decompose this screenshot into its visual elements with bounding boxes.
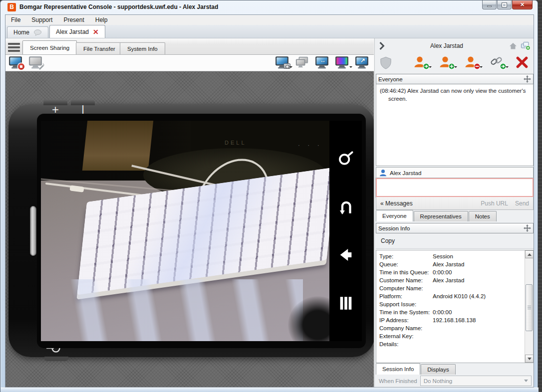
desktop-background-strip: [538, 0, 542, 392]
session-field-value: 192.168.168.138: [433, 316, 523, 324]
title-bar[interactable]: B Bomgar Representative Console - suppor…: [0, 0, 539, 14]
scroll-up-button[interactable]: [525, 250, 534, 258]
chat-user-name: Alex Jarstad: [390, 170, 421, 176]
session-field-label: IP Address:: [379, 316, 433, 324]
minimize-button[interactable]: [482, 0, 497, 9]
window-bottom-border: [0, 388, 539, 392]
dropdown-caret-icon: [454, 66, 457, 69]
session-field-label: Details:: [379, 340, 433, 348]
camera-photo: DELL · · ·: [41, 121, 329, 341]
chevron-down-icon: [524, 380, 528, 384]
session-info-header[interactable]: Session Info: [376, 223, 534, 233]
session-field-label: Company Name:: [379, 324, 433, 332]
maximize-button[interactable]: [497, 0, 512, 9]
menu-help[interactable]: Help: [90, 16, 113, 23]
session-field-row: Details:: [379, 340, 523, 348]
chat-panel-header[interactable]: Everyone: [376, 74, 534, 84]
tab-close-icon[interactable]: ✕: [93, 28, 99, 35]
send-button[interactable]: Send: [515, 200, 529, 207]
session-field-value: [433, 340, 523, 348]
session-field-label: Computer Name:: [379, 284, 433, 292]
fullscreen-button[interactable]: ↗: [355, 56, 371, 70]
chat-tabs: Everyone Representatives Notes: [375, 210, 534, 221]
chat-bubble-icon: [33, 29, 42, 36]
chat-user-row: Alex Jarstad: [376, 167, 534, 178]
pan-move-icon[interactable]: [524, 75, 531, 83]
tab-system-info[interactable]: System Info: [120, 42, 165, 54]
dropdown-caret-icon: [349, 66, 352, 69]
messages-toggle[interactable]: « Messages: [380, 200, 474, 207]
chat-tab-label: Everyone: [382, 213, 407, 219]
session-field-row: Company Name:: [379, 324, 523, 332]
view-tab-bar: Screen Sharing File Transfer System Info: [5, 38, 374, 55]
copy-button[interactable]: Copy: [381, 237, 395, 244]
pan-move-icon[interactable]: [524, 224, 531, 232]
viewport-scaling-button[interactable]: ↔: [315, 56, 331, 70]
menu-bars-icon[interactable]: [337, 295, 354, 312]
session-field-row: Customer Name: Alex Jarstad: [379, 276, 523, 284]
color-quality-button[interactable]: [335, 56, 351, 70]
tab-displays[interactable]: Displays: [421, 364, 455, 375]
new-display-window-icon[interactable]: [521, 41, 531, 50]
scroll-down-button[interactable]: [525, 355, 534, 363]
share-session-button[interactable]: [439, 56, 454, 70]
session-field-label: Type:: [379, 252, 433, 260]
session-info-box: Type: Session Queue: Alex Jarstad Time i…: [376, 250, 534, 363]
when-finished-select[interactable]: Do Nothing: [420, 376, 532, 386]
copy-row: Copy: [375, 233, 534, 248]
session-field-row: Time in this Queue: 0:00:00: [379, 268, 523, 276]
remote-phone-screen[interactable]: DELL · · ·: [37, 114, 366, 348]
tab-home[interactable]: Home: [7, 26, 48, 38]
home-arrow-icon[interactable]: [337, 246, 354, 263]
session-field-value: 0:00:00: [433, 268, 523, 276]
app-window: B Bomgar Representative Console - suppor…: [0, 0, 538, 392]
screenshot-button[interactable]: [275, 56, 291, 70]
chat-tab-notes[interactable]: Notes: [469, 211, 497, 221]
dual-monitor-icon: [295, 56, 309, 69]
remote-phone-frame: + | DELL: [8, 104, 374, 357]
chat-message-list[interactable]: (08:46:42) Alex Jarstad can now only vie…: [376, 84, 534, 166]
chat-message-input[interactable]: [377, 179, 533, 196]
session-field-label: External Key:: [379, 332, 433, 340]
elevate-session-button[interactable]: [490, 56, 505, 70]
tab-session-info[interactable]: Session Info: [376, 363, 420, 375]
photo-noise-overlay: [41, 121, 329, 341]
back-uturn-icon[interactable]: [337, 198, 354, 215]
menu-present[interactable]: Present: [58, 16, 89, 23]
remove-member-button[interactable]: [465, 56, 480, 70]
home-icon[interactable]: [509, 42, 518, 50]
chat-tab-everyone[interactable]: Everyone: [376, 210, 413, 221]
remote-screen-viewport[interactable]: + | DELL: [5, 71, 374, 388]
stop-screen-sharing-button[interactable]: [8, 56, 24, 70]
phone-speaker: [30, 206, 36, 256]
close-session-button[interactable]: [516, 56, 530, 70]
push-url-button[interactable]: Push URL: [481, 200, 508, 207]
person-blue-icon: [379, 169, 387, 177]
menu-file[interactable]: File: [5, 16, 26, 23]
when-finished-row: When Finished Do Nothing: [375, 375, 534, 388]
red-x-icon: [516, 56, 529, 69]
collapse-chevron-icon[interactable]: [379, 42, 385, 50]
transfer-session-button[interactable]: [414, 56, 429, 70]
chat-tab-label: Notes: [475, 213, 490, 219]
panel-header: Alex Jarstad: [375, 38, 534, 53]
chat-tab-representatives[interactable]: Representatives: [414, 211, 468, 221]
window-title: Bomgar Representative Console - supportd…: [19, 3, 218, 10]
resize-arrows-icon: ↔: [315, 57, 331, 64]
menu-hamburger-icon[interactable]: [8, 43, 20, 52]
displays-button-disabled[interactable]: [295, 56, 311, 70]
menu-support[interactable]: Support: [26, 16, 58, 23]
annotation-button-disabled[interactable]: [28, 56, 44, 70]
menu-bar: File Support Present Help: [5, 15, 534, 25]
close-button[interactable]: ✕: [512, 0, 533, 9]
tab-file-transfer[interactable]: File Transfer: [76, 42, 123, 54]
shield-icon[interactable]: [380, 56, 392, 69]
phone-bottom-notch: [44, 357, 68, 361]
session-field-label: Platform:: [379, 292, 433, 300]
tab-session-alex-jarstad[interactable]: Alex Jarstad ✕: [49, 25, 105, 38]
maximize-icon: [502, 3, 507, 7]
scrollbar-thumb[interactable]: [526, 284, 533, 332]
session-field-value: [433, 324, 523, 332]
tab-screen-sharing[interactable]: Screen Sharing: [22, 40, 77, 54]
search-icon[interactable]: [337, 150, 354, 167]
